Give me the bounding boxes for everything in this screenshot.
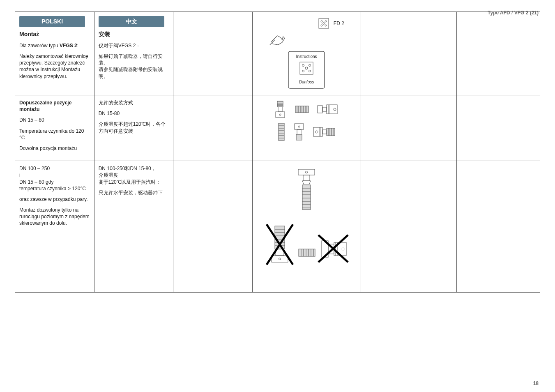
row1-col2-title: 安装	[99, 30, 169, 38]
svg-rect-31	[322, 107, 327, 111]
row1-col6-empty	[457, 12, 540, 95]
brand-text: Danfoss	[299, 80, 314, 84]
document-table: POLSKI Montaż Dla zaworów typu VFGS 2: N…	[15, 12, 540, 293]
row3-col1-l3: DN 15 – 80 gdy	[19, 179, 90, 185]
svg-rect-61	[302, 185, 311, 210]
svg-rect-57	[298, 169, 315, 175]
row2-col3-empty	[173, 95, 253, 161]
bellows-vertical-icon	[277, 122, 286, 142]
row2-col1: Dopuszczalne pozycje montażu DN 15 – 80 …	[15, 95, 94, 161]
row1-col1-line1: Dla zaworów typu VFGS 2:	[19, 42, 90, 49]
row2-figure-cell	[253, 95, 361, 161]
svg-point-58	[306, 171, 308, 173]
svg-rect-51	[322, 130, 327, 134]
header-polski: POLSKI	[19, 16, 85, 27]
svg-point-48	[315, 131, 318, 133]
valve-side-icon	[317, 103, 340, 115]
row3-col6-empty	[457, 161, 540, 293]
svg-point-15	[279, 114, 281, 115]
svg-rect-46	[296, 134, 302, 140]
fd2-label: FD 2	[334, 20, 344, 27]
row1-col1-line1-post: :	[77, 43, 78, 48]
row3-col1: DN 100 – 250 i DN 15 – 80 gdy temperatur…	[15, 161, 94, 293]
row3-col2: DN 100-250和DN 15-80， 介质温度 高于120℃以及用于蒸汽时：…	[94, 161, 173, 293]
row3-col1-l1: DN 100 – 250	[19, 165, 90, 172]
row3-col1-l6: Montaż dozwolony tylko na rurociągu pozi…	[19, 207, 90, 227]
svg-rect-14	[276, 112, 285, 118]
svg-rect-0	[319, 18, 329, 28]
row3-col2-l3: 高于120℃以及用于蒸汽时：	[99, 179, 169, 185]
valve-up-icon	[273, 99, 287, 119]
svg-point-91	[342, 248, 344, 250]
row3-col2-l2: 介质温度	[99, 172, 169, 178]
row2-col1-l1: DN 15 – 80	[19, 117, 90, 123]
fd2-icon	[318, 18, 329, 29]
row2-col1-l2: Temperatura czynnika do 120 °C	[19, 128, 90, 141]
row2-col1-title: Dopuszczalne pozycje montażu	[19, 99, 90, 113]
row3-col1-l4: temperatura czynnika > 120°C	[19, 185, 90, 192]
row3-col2-l4: 只允许水平安装，驱动器冲下	[99, 189, 169, 196]
bellows-icon	[295, 104, 309, 115]
svg-point-10	[309, 65, 311, 67]
row2-col2: 允许的安装方式 DN 15-80 介质温度不超过120℃时，各个方向可任意安装	[94, 95, 173, 161]
svg-rect-16	[278, 107, 282, 112]
svg-rect-52	[327, 128, 335, 136]
valve-side2-icon	[313, 126, 336, 138]
valve-allowed-icon	[295, 168, 318, 213]
row3-col5-empty	[361, 161, 456, 293]
svg-point-11	[302, 70, 304, 72]
svg-point-5	[322, 23, 325, 25]
valve-banned-icon	[263, 220, 350, 270]
svg-point-3	[321, 25, 322, 26]
valve-down-icon	[292, 122, 306, 142]
row1-col2: 中文 安装 仅对于阀VFGS 2： 如果订购了减噪器，请自行安装。 请参见随减噪…	[94, 12, 173, 95]
svg-rect-30	[318, 106, 322, 113]
svg-point-9	[302, 65, 304, 67]
svg-point-12	[309, 70, 311, 72]
type-label: Type AFD / VFG 2 (21)	[488, 10, 539, 16]
svg-point-4	[325, 25, 327, 26]
row1-col5-empty	[361, 12, 456, 95]
row3-figure-cell	[253, 161, 361, 293]
instructions-text: Instructions	[296, 54, 317, 59]
svg-point-33	[334, 108, 336, 111]
page-number: 18	[533, 380, 539, 386]
svg-marker-60	[302, 181, 311, 185]
instructions-page-icon: Instructions Danfoss	[286, 51, 327, 90]
row2-col2-title: 允许的安装方式	[99, 99, 169, 106]
svg-point-13	[305, 67, 308, 69]
row2-col5-empty	[361, 95, 456, 161]
row1-col2-line1: 仅对于阀VFGS 2：	[99, 42, 169, 49]
row1-col2-para: 如果订购了减噪器，请自行安装。 请参见随减噪器附带的安装说明。	[99, 53, 169, 80]
row2-col6-empty	[457, 95, 540, 161]
header-zh: 中文	[99, 16, 164, 27]
row1-col3-empty	[173, 12, 253, 95]
hand-point-icon	[268, 32, 290, 47]
row1-col1-line1-bold: VFGS 2	[60, 43, 77, 48]
row2-col2-l2: 介质温度不超过120℃时，各个方向可任意安装	[99, 121, 169, 134]
row1-col1-line1-pre: Dla zaworów typu	[19, 43, 60, 48]
svg-rect-8	[300, 62, 313, 74]
svg-rect-45	[297, 129, 301, 134]
row1-col1: POLSKI Montaż Dla zaworów typu VFGS 2: N…	[15, 12, 94, 95]
row2-col2-l1: DN 15-80	[99, 110, 169, 117]
svg-rect-59	[303, 175, 310, 181]
row3-col1-l5: oraz zawsze w przypadku pary.	[19, 196, 90, 203]
row1-col1-para: Należy zamontować kierownicę przepływu. …	[19, 53, 90, 80]
svg-point-1	[321, 21, 322, 22]
row2-col1-l3: Dowolna pozycja montażu	[19, 145, 90, 152]
row3-col1-l2: i	[19, 172, 90, 178]
row3-col3-empty	[173, 161, 253, 293]
svg-point-44	[298, 126, 300, 127]
row1-figure-cell: FD 2 Instructions Danfoss	[253, 12, 361, 95]
svg-rect-43	[295, 124, 304, 129]
svg-point-2	[325, 21, 327, 22]
row1-col1-title: Montaż	[19, 30, 90, 38]
svg-rect-69	[272, 256, 288, 262]
row3-col2-l1: DN 100-250和DN 15-80，	[99, 165, 169, 172]
svg-point-70	[279, 258, 281, 260]
